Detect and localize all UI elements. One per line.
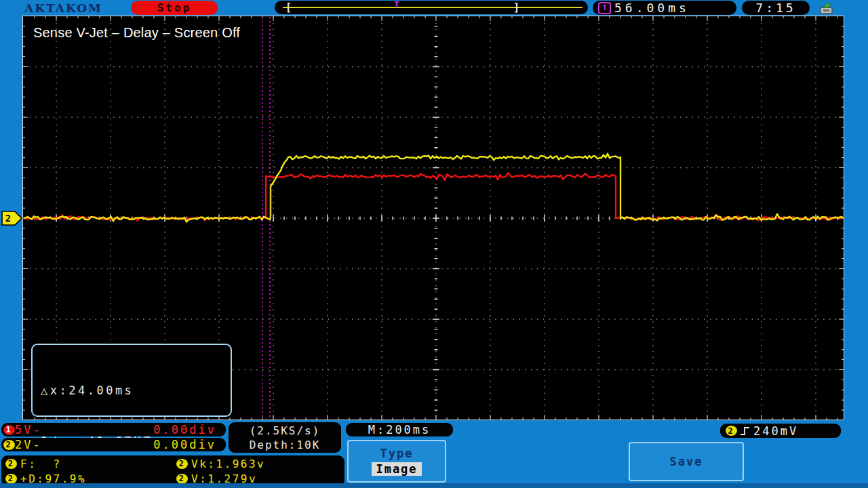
usb-device-icon — [818, 1, 835, 15]
trigger-bar-line — [283, 7, 583, 8]
measure-ch-badge: 2 — [5, 459, 17, 469]
scope-screen: Sense V-Jet – Delay – Screen Off △x:24.0… — [22, 16, 844, 420]
clock-value: 7:15 — [755, 1, 795, 15]
clock: 7:15 — [742, 1, 810, 15]
channel2-status-pill: 2 2V- 0.00div — [1, 438, 226, 451]
type-button-label: Type — [380, 447, 414, 460]
trigger-t-icon: T — [598, 2, 611, 14]
trigger-window-left-bracket: [ — [285, 1, 292, 14]
bottom-edge-strip — [0, 483, 868, 488]
cursor-measurement-box: △x:24.00ms 1/△x:41.67HZ x1:0.576s x2:0.5… — [31, 344, 232, 417]
trigger-source-badge: 2 — [726, 426, 737, 436]
trigger-status-pill: 2 240mV — [720, 424, 841, 438]
measure-ch-badge: 2 — [176, 474, 188, 484]
cursor-delta-x: △x:24.00ms — [41, 382, 222, 399]
memory-depth: Depth:10K — [250, 438, 321, 452]
screen-annotation-title: Sense V-Jet – Delay – Screen Off — [33, 25, 240, 41]
trigger-position-bar: [ ] T — [275, 1, 588, 14]
channel2-marker-label: 2 — [5, 213, 11, 224]
measure-frequency: 2 F: ? — [5, 458, 176, 470]
channel1-scale: 5V- — [15, 423, 42, 436]
channel2-scale: 2V- — [15, 438, 42, 451]
trigger-time-readout: T 56.00ms — [593, 1, 736, 15]
oscilloscope-ui: { "top_bar": { "brand": "AKTAKOM", "run_… — [0, 0, 868, 488]
trigger-level-value: 240mV — [753, 424, 798, 438]
save-button-label: Save — [670, 455, 703, 468]
trigger-window-right-bracket: ] — [513, 1, 519, 14]
channel2-position-marker: 2 — [1, 211, 23, 226]
save-button[interactable]: Save — [629, 442, 744, 481]
trigger-position-marker: T — [394, 0, 399, 9]
brand-logo: AKTAKOM — [24, 1, 102, 15]
measure-ch-badge: 2 — [5, 474, 17, 484]
measure-value: F: ? — [20, 458, 62, 470]
sample-rate: (2.5KS/s) — [250, 424, 321, 438]
type-button[interactable]: Type Image — [347, 440, 446, 483]
channel1-status-pill: 1 5V- 0.00div — [1, 423, 226, 436]
rising-edge-icon — [740, 426, 751, 436]
measure-ch-badge: 2 — [176, 459, 188, 469]
acquisition-info-box: (2.5KS/s) Depth:10K — [229, 422, 341, 453]
run-state-badge: Stop — [131, 1, 218, 15]
measure-vk: 2 Vk:1.963v — [176, 458, 340, 470]
channel1-offset: 0.00div — [153, 423, 216, 436]
auto-measurements-box: 2 F: ? 2 Vk:1.963v 2 +D:97.9% 2 V:1.279v — [1, 455, 344, 487]
channel2-badge: 2 — [3, 440, 15, 450]
channel2-offset: 0.00div — [153, 438, 216, 451]
type-button-value: Image — [372, 462, 421, 476]
measure-value: Vk:1.963v — [191, 458, 265, 470]
run-state-label: Stop — [157, 1, 192, 14]
timebase-pill: M:200ms — [346, 423, 453, 436]
trigger-time-value: 56.00ms — [614, 1, 690, 15]
timebase-value: M:200ms — [368, 423, 431, 436]
channel1-badge: 1 — [3, 425, 15, 435]
